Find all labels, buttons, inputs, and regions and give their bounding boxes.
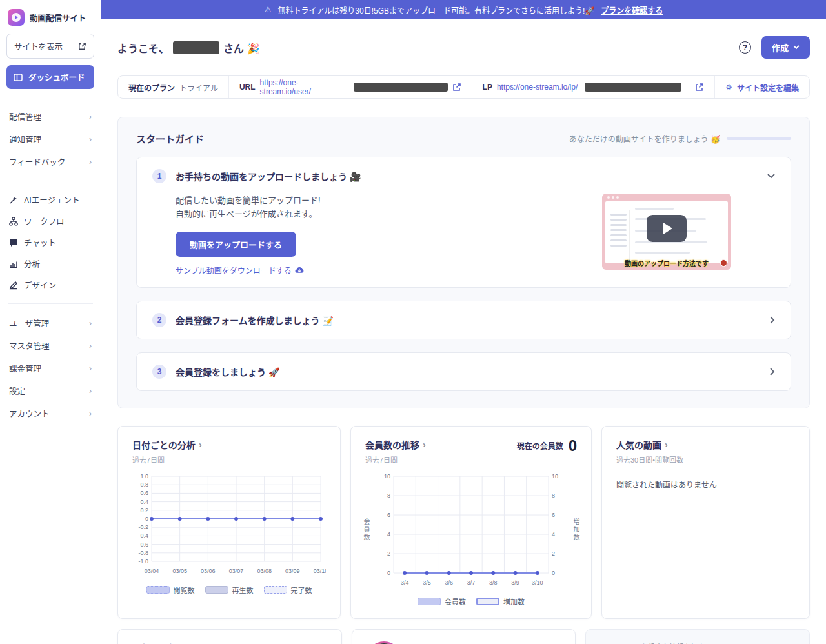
view-site-label: サイトを表示 xyxy=(14,40,63,52)
legend-swatch-plays xyxy=(205,586,228,594)
trial-banner-text: 無料トライアルは残り30日!5GBまでアップロード可能。有料プランでさらに活用し… xyxy=(277,5,594,15)
expand-step-button[interactable] xyxy=(770,368,775,376)
onestream-university-card: OneStreamのお役立ち情報を紹介 ワンストリーム大学 マネージャー機能 xyxy=(585,629,810,644)
sidebar: 動画配信サイト サイトを表示 ダッシュボード 配信管理 › 通知管理 › フィー… xyxy=(0,0,101,644)
sidebar-item-label: 設定 xyxy=(9,385,25,397)
svg-text:3/6: 3/6 xyxy=(445,579,453,586)
svg-text:10: 10 xyxy=(384,473,390,479)
step-3-header[interactable]: 3 会員登録をしましょう 🚀 xyxy=(152,365,775,379)
sidebar-item-account[interactable]: アカウント › xyxy=(6,402,94,425)
sidebar-item-chat[interactable]: チャット xyxy=(6,232,94,253)
sidebar-item-feedback[interactable]: フィードバック › xyxy=(6,150,94,173)
card-period: 過去30日間・閲覧回数 xyxy=(616,454,795,465)
svg-text:03/10: 03/10 xyxy=(314,568,326,574)
sidebar-item-label: 課金管理 xyxy=(9,362,41,374)
chevron-right-icon: › xyxy=(89,157,92,166)
popular-videos-link[interactable]: 人気の動画 › xyxy=(616,438,795,451)
sidebar-item-user-management[interactable]: ユーザ管理 › xyxy=(6,312,94,334)
sidebar-item-billing[interactable]: 課金管理 › xyxy=(6,357,94,379)
sidebar-item-label: アカウント xyxy=(9,407,50,419)
support-card: いつでも、担当者に質問できます 担当者とZOOMを繋ぎながら、直接質問をして疑問… xyxy=(352,629,576,644)
analytics-icon xyxy=(9,259,18,268)
current-members-value: 0 xyxy=(569,438,577,454)
dashboard-label: ダッシュボード xyxy=(28,71,85,83)
trial-banner: ⚠ 無料トライアルは残り30日!5GBまでアップロード可能。有料プランでさらに活… xyxy=(101,0,826,19)
help-icon[interactable]: ? xyxy=(739,41,751,54)
step-number-badge: 3 xyxy=(152,365,166,379)
svg-text:0.6: 0.6 xyxy=(140,490,148,496)
plan-bar: 現在のプラン トライアル URL https://one-stream.io/u… xyxy=(117,75,810,99)
svg-text:3/5: 3/5 xyxy=(423,579,431,586)
app-logo[interactable]: 動画配信サイト xyxy=(6,8,94,34)
sidebar-item-ai-agent[interactable]: AIエージェント xyxy=(6,189,94,210)
members-trend-link[interactable]: 会員数の推移 › xyxy=(365,438,426,451)
chevron-right-icon xyxy=(770,316,775,324)
dashboard-icon xyxy=(14,73,23,82)
open-url-button[interactable] xyxy=(452,83,461,92)
analytics-row: 日付ごとの分析 › 過去7日間 1.00.80.60.40.20-0.2-0.4… xyxy=(117,426,810,619)
check-plan-link[interactable]: プランを確認する xyxy=(601,5,663,15)
card-title: 最新の登録者 xyxy=(132,641,186,644)
page-header: ようこそ、さん 🎉 ? 作成 xyxy=(101,19,826,59)
svg-text:-0.4: -0.4 xyxy=(138,532,148,539)
sidebar-item-settings[interactable]: 設定 › xyxy=(6,379,94,402)
sidebar-item-master-management[interactable]: マスタ管理 › xyxy=(6,334,94,357)
step-number-badge: 2 xyxy=(152,313,166,327)
chart-legend: 閲覧数 再生数 完了数 xyxy=(132,585,326,595)
card-period: 過去7日間 xyxy=(365,454,426,465)
step-3-title: 会員登録をしましょう 🚀 xyxy=(176,365,279,378)
daily-analysis-card: 日付ごとの分析 › 過去7日間 1.00.80.60.40.20-0.2-0.4… xyxy=(117,426,341,619)
sidebar-item-notifications[interactable]: 通知管理 › xyxy=(6,128,94,150)
chevron-right-icon: › xyxy=(665,439,668,450)
video-caption: 動画のアップロード方法です xyxy=(602,258,731,268)
welcome-message: ようこそ、さん 🎉 xyxy=(117,40,259,55)
sidebar-item-workflow[interactable]: ワークフロー xyxy=(6,210,94,232)
sidebar-item-label: チャット xyxy=(24,236,56,248)
latest-registrants-link[interactable]: 最新の登録者 › xyxy=(132,641,327,644)
chevron-right-icon: › xyxy=(89,112,92,121)
daily-analysis-link[interactable]: 日付ごとの分析 › xyxy=(132,438,326,451)
url-value[interactable]: https://one-stream.io/user/ xyxy=(260,78,347,96)
expand-step-button[interactable] xyxy=(770,316,775,324)
svg-text:0.8: 0.8 xyxy=(140,481,148,488)
play-button-icon[interactable] xyxy=(647,215,687,242)
current-plan: 現在のプラン トライアル xyxy=(118,76,228,98)
lp-value[interactable]: https://one-stream.io/lp/ xyxy=(497,83,578,92)
sidebar-item-dashboard[interactable]: ダッシュボード xyxy=(6,65,94,89)
university-eyebrow: OneStreamのお役立ち情報を紹介 xyxy=(598,641,809,644)
legend-label: 閲覧数 xyxy=(174,585,195,595)
legend-swatch-increase xyxy=(476,598,499,605)
guide-progress-bar xyxy=(727,137,791,140)
svg-text:2: 2 xyxy=(552,550,555,557)
chevron-right-icon: › xyxy=(199,439,202,450)
sidebar-item-analytics[interactable]: 分析 xyxy=(6,253,94,274)
legend-label: 再生数 xyxy=(232,585,254,595)
upload-video-button[interactable]: 動画をアップロードする xyxy=(176,232,296,257)
sidebar-item-design[interactable]: デザイン xyxy=(6,274,94,296)
lp-label: LP xyxy=(483,83,492,92)
create-button[interactable]: 作成 xyxy=(761,36,810,59)
divider xyxy=(8,181,93,181)
open-lp-button[interactable] xyxy=(695,83,704,92)
workflow-icon xyxy=(9,217,18,226)
view-site-button[interactable]: サイトを表示 xyxy=(6,34,94,59)
edit-site-settings-button[interactable]: ⚙ サイト設定を編集 xyxy=(714,76,809,98)
chevron-right-icon: › xyxy=(89,387,92,396)
design-icon xyxy=(9,281,18,290)
video-logo-icon xyxy=(8,9,25,26)
download-sample-link[interactable]: サンプル動画をダウンロードする xyxy=(176,265,321,276)
step-1-header[interactable]: 1 お手持ちの動画をアップロードしましょう 🎥 xyxy=(152,169,775,183)
collapse-step-button[interactable] xyxy=(767,174,775,179)
current-members: 現在の会員数 0 xyxy=(517,438,577,454)
step-1-desc-line1: 配信したい動画を簡単にアップロード! xyxy=(176,194,321,207)
plan-value: トライアル xyxy=(179,82,218,93)
step-2-header[interactable]: 2 会員登録フォームを作成しましょう 📝 xyxy=(152,313,775,327)
chevron-down-icon xyxy=(793,45,800,50)
card-period: 過去7日間 xyxy=(132,454,326,465)
gear-icon: ⚙ xyxy=(725,83,732,92)
svg-text:1.0: 1.0 xyxy=(140,473,148,479)
sidebar-item-distribution[interactable]: 配信管理 › xyxy=(6,105,94,128)
bottom-row: 最新の登録者 › 登録者はいません いつでも、担当者に質問できます 担当者とZO… xyxy=(117,629,810,644)
svg-text:3/4: 3/4 xyxy=(401,579,409,586)
tutorial-video-thumbnail[interactable]: 動画のアップロード方法です xyxy=(602,194,731,270)
